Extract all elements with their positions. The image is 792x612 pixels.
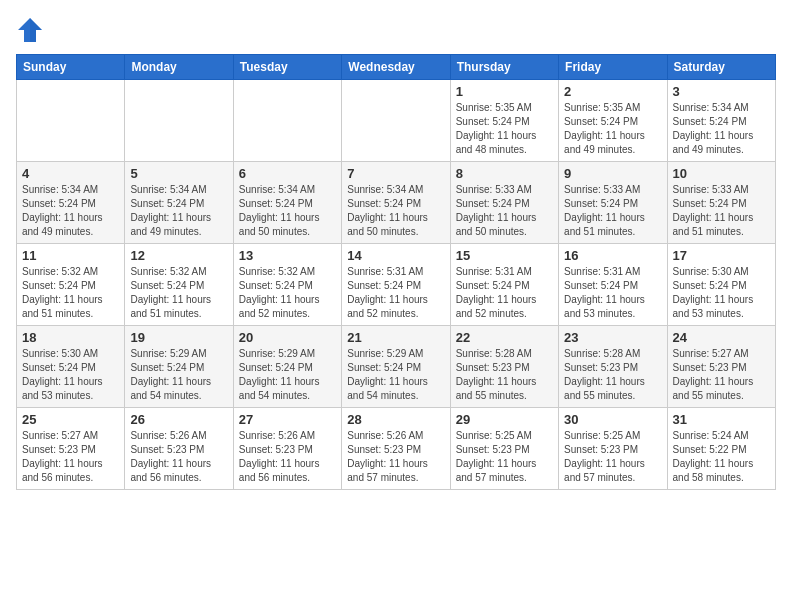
day-info: Sunrise: 5:29 AM Sunset: 5:24 PM Dayligh… [130,347,227,403]
day-info: Sunrise: 5:27 AM Sunset: 5:23 PM Dayligh… [673,347,770,403]
calendar-week: 25Sunrise: 5:27 AM Sunset: 5:23 PM Dayli… [17,408,776,490]
day-info: Sunrise: 5:33 AM Sunset: 5:24 PM Dayligh… [456,183,553,239]
day-info: Sunrise: 5:26 AM Sunset: 5:23 PM Dayligh… [347,429,444,485]
calendar-cell: 16Sunrise: 5:31 AM Sunset: 5:24 PM Dayli… [559,244,667,326]
calendar-cell [125,80,233,162]
day-number: 14 [347,248,444,263]
calendar-week: 1Sunrise: 5:35 AM Sunset: 5:24 PM Daylig… [17,80,776,162]
calendar-cell: 25Sunrise: 5:27 AM Sunset: 5:23 PM Dayli… [17,408,125,490]
day-number: 23 [564,330,661,345]
day-number: 2 [564,84,661,99]
calendar-cell: 9Sunrise: 5:33 AM Sunset: 5:24 PM Daylig… [559,162,667,244]
day-number: 11 [22,248,119,263]
logo [16,16,48,44]
calendar-cell: 11Sunrise: 5:32 AM Sunset: 5:24 PM Dayli… [17,244,125,326]
day-info: Sunrise: 5:34 AM Sunset: 5:24 PM Dayligh… [673,101,770,157]
day-of-week-header: SundayMondayTuesdayWednesdayThursdayFrid… [17,55,776,80]
day-number: 22 [456,330,553,345]
calendar-cell: 29Sunrise: 5:25 AM Sunset: 5:23 PM Dayli… [450,408,558,490]
day-number: 1 [456,84,553,99]
calendar-cell: 15Sunrise: 5:31 AM Sunset: 5:24 PM Dayli… [450,244,558,326]
day-info: Sunrise: 5:34 AM Sunset: 5:24 PM Dayligh… [239,183,336,239]
calendar-cell [233,80,341,162]
day-info: Sunrise: 5:28 AM Sunset: 5:23 PM Dayligh… [564,347,661,403]
day-number: 20 [239,330,336,345]
calendar-cell: 5Sunrise: 5:34 AM Sunset: 5:24 PM Daylig… [125,162,233,244]
calendar-cell: 14Sunrise: 5:31 AM Sunset: 5:24 PM Dayli… [342,244,450,326]
day-info: Sunrise: 5:34 AM Sunset: 5:24 PM Dayligh… [130,183,227,239]
day-info: Sunrise: 5:33 AM Sunset: 5:24 PM Dayligh… [673,183,770,239]
calendar-table: SundayMondayTuesdayWednesdayThursdayFrid… [16,54,776,490]
calendar-cell: 23Sunrise: 5:28 AM Sunset: 5:23 PM Dayli… [559,326,667,408]
calendar-cell [17,80,125,162]
calendar-cell: 22Sunrise: 5:28 AM Sunset: 5:23 PM Dayli… [450,326,558,408]
day-number: 9 [564,166,661,181]
day-info: Sunrise: 5:32 AM Sunset: 5:24 PM Dayligh… [130,265,227,321]
day-info: Sunrise: 5:30 AM Sunset: 5:24 PM Dayligh… [673,265,770,321]
calendar-cell: 19Sunrise: 5:29 AM Sunset: 5:24 PM Dayli… [125,326,233,408]
day-info: Sunrise: 5:35 AM Sunset: 5:24 PM Dayligh… [564,101,661,157]
calendar-cell: 26Sunrise: 5:26 AM Sunset: 5:23 PM Dayli… [125,408,233,490]
calendar-cell: 24Sunrise: 5:27 AM Sunset: 5:23 PM Dayli… [667,326,775,408]
calendar-cell [342,80,450,162]
day-number: 6 [239,166,336,181]
svg-marker-1 [30,18,42,42]
logo-icon [16,16,44,44]
calendar-week: 11Sunrise: 5:32 AM Sunset: 5:24 PM Dayli… [17,244,776,326]
day-number: 29 [456,412,553,427]
day-info: Sunrise: 5:31 AM Sunset: 5:24 PM Dayligh… [456,265,553,321]
day-info: Sunrise: 5:27 AM Sunset: 5:23 PM Dayligh… [22,429,119,485]
day-number: 8 [456,166,553,181]
day-info: Sunrise: 5:31 AM Sunset: 5:24 PM Dayligh… [347,265,444,321]
dow-cell: Monday [125,55,233,80]
day-number: 27 [239,412,336,427]
calendar-cell: 7Sunrise: 5:34 AM Sunset: 5:24 PM Daylig… [342,162,450,244]
day-info: Sunrise: 5:32 AM Sunset: 5:24 PM Dayligh… [239,265,336,321]
day-number: 28 [347,412,444,427]
dow-cell: Friday [559,55,667,80]
calendar-cell: 28Sunrise: 5:26 AM Sunset: 5:23 PM Dayli… [342,408,450,490]
calendar-week: 18Sunrise: 5:30 AM Sunset: 5:24 PM Dayli… [17,326,776,408]
calendar-cell: 4Sunrise: 5:34 AM Sunset: 5:24 PM Daylig… [17,162,125,244]
day-info: Sunrise: 5:35 AM Sunset: 5:24 PM Dayligh… [456,101,553,157]
dow-cell: Wednesday [342,55,450,80]
calendar-cell: 2Sunrise: 5:35 AM Sunset: 5:24 PM Daylig… [559,80,667,162]
day-number: 5 [130,166,227,181]
calendar-cell: 31Sunrise: 5:24 AM Sunset: 5:22 PM Dayli… [667,408,775,490]
day-number: 10 [673,166,770,181]
day-number: 13 [239,248,336,263]
calendar-cell: 21Sunrise: 5:29 AM Sunset: 5:24 PM Dayli… [342,326,450,408]
dow-cell: Tuesday [233,55,341,80]
calendar-cell: 17Sunrise: 5:30 AM Sunset: 5:24 PM Dayli… [667,244,775,326]
day-number: 31 [673,412,770,427]
day-info: Sunrise: 5:26 AM Sunset: 5:23 PM Dayligh… [239,429,336,485]
calendar-cell: 12Sunrise: 5:32 AM Sunset: 5:24 PM Dayli… [125,244,233,326]
calendar-week: 4Sunrise: 5:34 AM Sunset: 5:24 PM Daylig… [17,162,776,244]
calendar-cell: 20Sunrise: 5:29 AM Sunset: 5:24 PM Dayli… [233,326,341,408]
day-info: Sunrise: 5:25 AM Sunset: 5:23 PM Dayligh… [564,429,661,485]
calendar-cell: 8Sunrise: 5:33 AM Sunset: 5:24 PM Daylig… [450,162,558,244]
day-info: Sunrise: 5:24 AM Sunset: 5:22 PM Dayligh… [673,429,770,485]
calendar-cell: 18Sunrise: 5:30 AM Sunset: 5:24 PM Dayli… [17,326,125,408]
page-header [16,16,776,44]
calendar-cell: 6Sunrise: 5:34 AM Sunset: 5:24 PM Daylig… [233,162,341,244]
day-info: Sunrise: 5:34 AM Sunset: 5:24 PM Dayligh… [22,183,119,239]
day-info: Sunrise: 5:34 AM Sunset: 5:24 PM Dayligh… [347,183,444,239]
day-number: 7 [347,166,444,181]
calendar-cell: 1Sunrise: 5:35 AM Sunset: 5:24 PM Daylig… [450,80,558,162]
day-info: Sunrise: 5:29 AM Sunset: 5:24 PM Dayligh… [239,347,336,403]
calendar-cell: 10Sunrise: 5:33 AM Sunset: 5:24 PM Dayli… [667,162,775,244]
dow-cell: Thursday [450,55,558,80]
day-info: Sunrise: 5:32 AM Sunset: 5:24 PM Dayligh… [22,265,119,321]
calendar-cell: 13Sunrise: 5:32 AM Sunset: 5:24 PM Dayli… [233,244,341,326]
day-info: Sunrise: 5:29 AM Sunset: 5:24 PM Dayligh… [347,347,444,403]
day-number: 17 [673,248,770,263]
calendar-cell: 30Sunrise: 5:25 AM Sunset: 5:23 PM Dayli… [559,408,667,490]
day-info: Sunrise: 5:30 AM Sunset: 5:24 PM Dayligh… [22,347,119,403]
day-number: 16 [564,248,661,263]
day-number: 4 [22,166,119,181]
calendar-cell: 3Sunrise: 5:34 AM Sunset: 5:24 PM Daylig… [667,80,775,162]
day-number: 30 [564,412,661,427]
day-info: Sunrise: 5:28 AM Sunset: 5:23 PM Dayligh… [456,347,553,403]
day-info: Sunrise: 5:33 AM Sunset: 5:24 PM Dayligh… [564,183,661,239]
